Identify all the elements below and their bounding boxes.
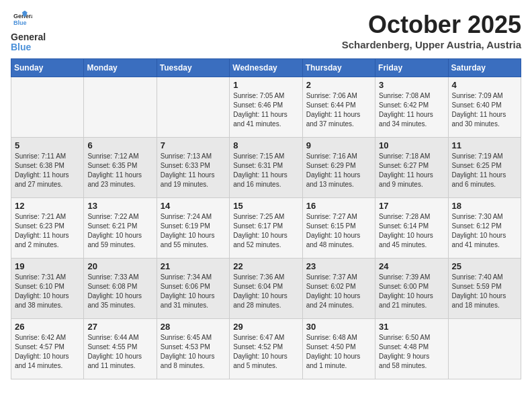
header: General Blue General Blue October 2025 S… (11, 11, 521, 53)
logo-line2: Blue (11, 42, 46, 52)
month-title: October 2025 (342, 11, 521, 39)
cell-daylight-info: Sunrise: 7:34 AM Sunset: 6:06 PM Dayligh… (161, 273, 226, 310)
day-number: 18 (452, 201, 517, 211)
header-cell-tuesday: Tuesday (157, 58, 229, 77)
cell-daylight-info: Sunrise: 7:15 AM Sunset: 6:31 PM Dayligh… (233, 152, 298, 189)
calendar-cell: 22Sunrise: 7:36 AM Sunset: 6:04 PM Dayli… (230, 258, 302, 318)
cell-daylight-info: Sunrise: 7:13 AM Sunset: 6:33 PM Dayligh… (161, 152, 226, 189)
calendar-cell: 13Sunrise: 7:22 AM Sunset: 6:21 PM Dayli… (84, 197, 157, 258)
cell-daylight-info: Sunrise: 7:28 AM Sunset: 6:14 PM Dayligh… (379, 212, 444, 250)
day-number: 24 (379, 261, 444, 271)
cell-daylight-info: Sunrise: 7:05 AM Sunset: 6:46 PM Dayligh… (233, 91, 298, 129)
day-number: 26 (15, 322, 80, 332)
header-cell-wednesday: Wednesday (230, 58, 302, 77)
day-number: 19 (15, 261, 80, 271)
calendar-cell: 12Sunrise: 7:21 AM Sunset: 6:23 PM Dayli… (11, 197, 84, 258)
cell-daylight-info: Sunrise: 7:40 AM Sunset: 5:59 PM Dayligh… (452, 273, 517, 310)
day-number: 8 (233, 140, 298, 150)
calendar-cell (157, 77, 229, 137)
calendar-cell: 2Sunrise: 7:06 AM Sunset: 6:44 PM Daylig… (302, 77, 375, 137)
day-number: 25 (452, 261, 517, 271)
day-number: 27 (87, 322, 152, 332)
calendar-cell: 25Sunrise: 7:40 AM Sunset: 5:59 PM Dayli… (448, 258, 521, 318)
cell-daylight-info: Sunrise: 6:44 AM Sunset: 4:55 PM Dayligh… (87, 333, 152, 371)
cell-daylight-info: Sunrise: 7:11 AM Sunset: 6:38 PM Dayligh… (15, 152, 80, 189)
day-number: 14 (161, 201, 226, 211)
day-number: 30 (306, 322, 371, 332)
calendar-cell: 6Sunrise: 7:12 AM Sunset: 6:35 PM Daylig… (84, 137, 157, 197)
calendar-cell: 1Sunrise: 7:05 AM Sunset: 6:46 PM Daylig… (230, 77, 302, 137)
day-number: 22 (233, 261, 298, 271)
calendar-cell: 19Sunrise: 7:31 AM Sunset: 6:10 PM Dayli… (11, 258, 84, 318)
cell-daylight-info: Sunrise: 7:25 AM Sunset: 6:17 PM Dayligh… (233, 212, 298, 250)
cell-daylight-info: Sunrise: 7:36 AM Sunset: 6:04 PM Dayligh… (233, 273, 298, 310)
header-cell-friday: Friday (375, 58, 448, 77)
day-number: 20 (87, 261, 152, 271)
day-number: 16 (306, 201, 371, 211)
calendar-cell: 14Sunrise: 7:24 AM Sunset: 6:19 PM Dayli… (157, 197, 229, 258)
cell-daylight-info: Sunrise: 7:16 AM Sunset: 6:29 PM Dayligh… (306, 152, 371, 189)
calendar-cell: 18Sunrise: 7:30 AM Sunset: 6:12 PM Dayli… (448, 197, 521, 258)
calendar-cell (11, 77, 84, 137)
day-number: 1 (233, 80, 298, 90)
day-number: 3 (379, 80, 444, 90)
calendar-cell: 4Sunrise: 7:09 AM Sunset: 6:40 PM Daylig… (448, 77, 521, 137)
calendar-cell: 17Sunrise: 7:28 AM Sunset: 6:14 PM Dayli… (375, 197, 448, 258)
cell-daylight-info: Sunrise: 7:12 AM Sunset: 6:35 PM Dayligh… (87, 152, 152, 189)
calendar-cell: 26Sunrise: 6:42 AM Sunset: 4:57 PM Dayli… (11, 318, 84, 379)
day-number: 7 (161, 140, 226, 150)
calendar-cell (448, 318, 521, 379)
calendar-cell: 11Sunrise: 7:19 AM Sunset: 6:25 PM Dayli… (448, 137, 521, 197)
calendar-header-row: SundayMondayTuesdayWednesdayThursdayFrid… (11, 58, 521, 77)
calendar-cell: 16Sunrise: 7:27 AM Sunset: 6:15 PM Dayli… (302, 197, 375, 258)
calendar-cell: 29Sunrise: 6:47 AM Sunset: 4:52 PM Dayli… (230, 318, 302, 379)
cell-daylight-info: Sunrise: 7:27 AM Sunset: 6:15 PM Dayligh… (306, 212, 371, 250)
cell-daylight-info: Sunrise: 7:37 AM Sunset: 6:02 PM Dayligh… (306, 273, 371, 310)
day-number: 29 (233, 322, 298, 332)
calendar-week-3: 12Sunrise: 7:21 AM Sunset: 6:23 PM Dayli… (11, 197, 521, 258)
calendar-week-5: 26Sunrise: 6:42 AM Sunset: 4:57 PM Dayli… (11, 318, 521, 379)
day-number: 17 (379, 201, 444, 211)
calendar-body: 1Sunrise: 7:05 AM Sunset: 6:46 PM Daylig… (11, 77, 521, 379)
cell-daylight-info: Sunrise: 7:19 AM Sunset: 6:25 PM Dayligh… (452, 152, 517, 189)
svg-text:Blue: Blue (13, 19, 27, 26)
calendar-cell: 20Sunrise: 7:33 AM Sunset: 6:08 PM Dayli… (84, 258, 157, 318)
calendar-table: SundayMondayTuesdayWednesdayThursdayFrid… (11, 58, 521, 379)
header-cell-saturday: Saturday (448, 58, 521, 77)
calendar-cell: 8Sunrise: 7:15 AM Sunset: 6:31 PM Daylig… (230, 137, 302, 197)
logo-icon: General Blue (13, 11, 32, 30)
day-number: 23 (306, 261, 371, 271)
cell-daylight-info: Sunrise: 6:50 AM Sunset: 4:48 PM Dayligh… (379, 333, 444, 371)
calendar-cell: 31Sunrise: 6:50 AM Sunset: 4:48 PM Dayli… (375, 318, 448, 379)
calendar-cell: 5Sunrise: 7:11 AM Sunset: 6:38 PM Daylig… (11, 137, 84, 197)
day-number: 9 (306, 140, 371, 150)
cell-daylight-info: Sunrise: 6:47 AM Sunset: 4:52 PM Dayligh… (233, 333, 298, 371)
logo: General Blue General Blue (11, 11, 46, 53)
cell-daylight-info: Sunrise: 7:08 AM Sunset: 6:42 PM Dayligh… (379, 91, 444, 129)
cell-daylight-info: Sunrise: 7:22 AM Sunset: 6:21 PM Dayligh… (87, 212, 152, 250)
day-number: 4 (452, 80, 517, 90)
calendar-cell: 21Sunrise: 7:34 AM Sunset: 6:06 PM Dayli… (157, 258, 229, 318)
cell-daylight-info: Sunrise: 7:24 AM Sunset: 6:19 PM Dayligh… (161, 212, 226, 250)
calendar-cell: 7Sunrise: 7:13 AM Sunset: 6:33 PM Daylig… (157, 137, 229, 197)
cell-daylight-info: Sunrise: 7:21 AM Sunset: 6:23 PM Dayligh… (15, 212, 80, 250)
calendar-cell: 23Sunrise: 7:37 AM Sunset: 6:02 PM Dayli… (302, 258, 375, 318)
calendar-cell (84, 77, 157, 137)
location-title: Schardenberg, Upper Austria, Austria (342, 39, 521, 50)
cell-daylight-info: Sunrise: 7:18 AM Sunset: 6:27 PM Dayligh… (379, 152, 444, 189)
day-number: 21 (161, 261, 226, 271)
cell-daylight-info: Sunrise: 7:33 AM Sunset: 6:08 PM Dayligh… (87, 273, 152, 310)
day-number: 28 (161, 322, 226, 332)
calendar-week-2: 5Sunrise: 7:11 AM Sunset: 6:38 PM Daylig… (11, 137, 521, 197)
header-cell-sunday: Sunday (11, 58, 84, 77)
calendar-cell: 15Sunrise: 7:25 AM Sunset: 6:17 PM Dayli… (230, 197, 302, 258)
title-area: October 2025 Schardenberg, Upper Austria… (342, 11, 521, 50)
calendar-cell: 28Sunrise: 6:45 AM Sunset: 4:53 PM Dayli… (157, 318, 229, 379)
calendar-cell: 10Sunrise: 7:18 AM Sunset: 6:27 PM Dayli… (375, 137, 448, 197)
cell-daylight-info: Sunrise: 6:45 AM Sunset: 4:53 PM Dayligh… (161, 333, 226, 371)
day-number: 6 (87, 140, 152, 150)
header-cell-thursday: Thursday (302, 58, 375, 77)
cell-daylight-info: Sunrise: 7:31 AM Sunset: 6:10 PM Dayligh… (15, 273, 80, 310)
calendar-cell: 30Sunrise: 6:48 AM Sunset: 4:50 PM Dayli… (302, 318, 375, 379)
calendar-week-1: 1Sunrise: 7:05 AM Sunset: 6:46 PM Daylig… (11, 77, 521, 137)
